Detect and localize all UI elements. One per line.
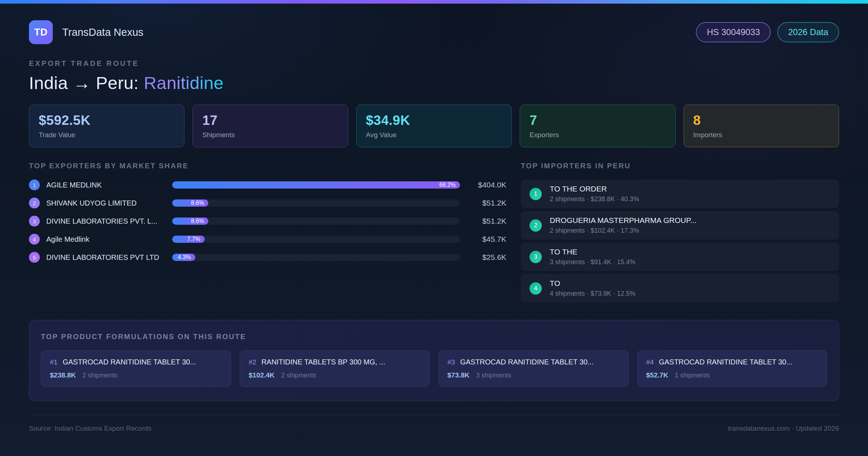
formulation-value: $52.7K	[646, 371, 668, 379]
stat-card-exporters: 7 Exporters	[520, 105, 675, 147]
formulation-rank: #3	[447, 358, 455, 366]
market-share-percent: 8.6%	[191, 200, 204, 206]
importer-info: DROGUERIA MASTERPHARMA GROUP... 2 shipme…	[550, 216, 697, 235]
formulation-bottom: $73.8K 3 shipments	[447, 371, 620, 379]
formulation-shipments: 2 shipments	[82, 372, 118, 379]
formulation-rank: #2	[249, 358, 256, 366]
importer-meta: 4 shipments · $73.9K · 12.5%	[550, 290, 635, 297]
market-share-bar-track: 68.2%	[172, 181, 460, 189]
exporters-section: TOP EXPORTERS BY MARKET SHARE 1 AGILE ME…	[29, 162, 506, 305]
market-share-bar-track: 8.6%	[172, 199, 460, 207]
exporters-section-title: TOP EXPORTERS BY MARKET SHARE	[29, 162, 506, 170]
market-share-bar-track: 7.7%	[172, 236, 460, 243]
formulation-card: #1 GASTROCAD RANITIDINE TABLET 30... $23…	[41, 350, 231, 387]
stat-label: Exporters	[529, 131, 665, 139]
formulation-card: #2 RANITIDINE TABLETS BP 300 MG, ... $10…	[240, 350, 430, 387]
formulation-card: #3 GASTROCAD RANITIDINE TABLET 30... $73…	[438, 350, 629, 387]
market-share-bar-fill: 8.6%	[172, 218, 208, 225]
rank-badge: 2	[29, 198, 40, 208]
stat-label: Shipments	[202, 131, 338, 139]
header-badges: HS 30049033 2026 Data	[696, 22, 839, 43]
footer-site-link[interactable]: transdatanexus.com · Updated 2026	[728, 425, 839, 432]
rank-badge: 3	[529, 251, 542, 263]
stat-label: Avg Value	[366, 131, 502, 139]
eyebrow-label: EXPORT TRADE ROUTE	[29, 59, 839, 68]
formulation-rank: #4	[646, 358, 654, 366]
exporter-name: AGILE MEDLINK	[46, 181, 166, 189]
importer-card: 1 TO THE ORDER 2 shipments · $238.8K · 4…	[521, 180, 839, 208]
columns-section: TOP EXPORTERS BY MARKET SHARE 1 AGILE ME…	[29, 162, 839, 305]
exporter-value: $51.2K	[467, 217, 506, 225]
importer-card: 4 TO 4 shipments · $73.9K · 12.5%	[521, 274, 839, 303]
data-year-badge[interactable]: 2026 Data	[777, 22, 839, 43]
top-accent-bar	[0, 0, 868, 4]
formulations-cards-row: #1 GASTROCAD RANITIDINE TABLET 30... $23…	[41, 350, 827, 387]
formulation-value: $73.8K	[447, 371, 469, 379]
stat-card-importers: 8 Importers	[684, 105, 839, 147]
exporter-value: $404.0K	[467, 181, 506, 189]
importer-meta: 3 shipments · $91.4K · 15.4%	[550, 258, 635, 266]
market-share-bar-fill: 4.3%	[172, 254, 195, 261]
page-footer: Source: Indian Customs Export Records tr…	[29, 415, 839, 432]
exporters-bar-list: 1 AGILE MEDLINK 68.2% $404.0K 2 SHIVANK …	[29, 180, 506, 263]
rank-badge: 2	[529, 219, 542, 232]
exporter-row: 2 SHIVANK UDYOG LIMITED 8.6% $51.2K	[29, 198, 506, 208]
page-title-product: Ranitidine	[144, 73, 224, 93]
formulation-top: #3 GASTROCAD RANITIDINE TABLET 30...	[447, 358, 620, 366]
importers-section: TOP IMPORTERS IN PERU 1 TO THE ORDER 2 s…	[521, 162, 839, 305]
exporter-row: 5 DIVINE LABORATORIES PVT LTD 4.3% $25.6…	[29, 252, 506, 263]
rank-badge: 1	[529, 188, 542, 200]
page-title: India → Peru: Ranitidine	[29, 73, 839, 93]
page-title-route: India → Peru:	[29, 73, 144, 93]
app-header: TD TransData Nexus HS 30049033 2026 Data	[29, 20, 839, 44]
stat-label: Importers	[693, 131, 829, 139]
formulation-shipments: 2 shipments	[281, 372, 316, 379]
formulation-card: #4 GASTROCAD RANITIDINE TABLET 30... $52…	[637, 350, 827, 387]
stat-value: $592.5K	[39, 113, 175, 128]
formulation-value: $238.8K	[50, 371, 76, 379]
rank-badge: 3	[29, 216, 40, 227]
hs-code-badge[interactable]: HS 30049033	[696, 22, 771, 43]
formulation-bottom: $238.8K 2 shipments	[50, 371, 222, 379]
exporter-row: 4 Agile Medlink 7.7% $45.7K	[29, 234, 506, 245]
rank-badge: 1	[29, 180, 40, 190]
exporter-name: DIVINE LABORATORIES PVT. L...	[46, 217, 166, 225]
market-share-bar-track: 4.3%	[172, 254, 460, 261]
stat-cards-row: $592.5K Trade Value 17 Shipments $34.9K …	[29, 105, 839, 147]
page-container: TD TransData Nexus HS 30049033 2026 Data…	[0, 20, 868, 432]
formulation-shipments: 3 shipments	[476, 372, 511, 379]
exporter-value: $25.6K	[467, 253, 506, 262]
formulation-name: GASTROCAD RANITIDINE TABLET 30...	[659, 358, 792, 366]
importer-meta: 2 shipments · $102.4K · 17.3%	[550, 227, 697, 235]
importer-info: TO THE ORDER 2 shipments · $238.8K · 40.…	[550, 185, 639, 203]
market-share-percent: 4.3%	[178, 254, 191, 261]
exporter-name: Agile Medlink	[46, 235, 166, 244]
rank-badge: 4	[529, 282, 542, 295]
stat-value: 17	[202, 113, 338, 128]
formulation-top: #4 GASTROCAD RANITIDINE TABLET 30...	[646, 358, 818, 366]
formulation-shipments: 1 shipments	[675, 372, 710, 379]
exporter-row: 3 DIVINE LABORATORIES PVT. L... 8.6% $51…	[29, 216, 506, 227]
market-share-bar-track: 8.6%	[172, 218, 460, 225]
stat-value: 7	[529, 113, 665, 128]
formulations-panel: TOP PRODUCT FORMULATIONS ON THIS ROUTE #…	[29, 320, 839, 401]
exporter-row: 1 AGILE MEDLINK 68.2% $404.0K	[29, 180, 506, 190]
importers-section-title: TOP IMPORTERS IN PERU	[521, 162, 839, 170]
market-share-bar-fill: 68.2%	[172, 181, 460, 189]
formulation-name: RANITIDINE TABLETS BP 300 MG, ...	[261, 358, 385, 366]
stat-card-trade-value: $592.5K Trade Value	[29, 105, 184, 147]
stat-card-shipments: 17 Shipments	[192, 105, 348, 147]
importer-name: DROGUERIA MASTERPHARMA GROUP...	[550, 216, 697, 225]
importer-name: TO	[550, 279, 635, 288]
stat-card-avg-value: $34.9K Avg Value	[356, 105, 512, 147]
stat-label: Trade Value	[39, 131, 175, 139]
formulations-section-title: TOP PRODUCT FORMULATIONS ON THIS ROUTE	[41, 333, 827, 341]
formulation-top: #2 RANITIDINE TABLETS BP 300 MG, ...	[249, 358, 421, 366]
stat-value: $34.9K	[366, 113, 502, 128]
stat-value: 8	[693, 113, 829, 128]
footer-source: Source: Indian Customs Export Records	[29, 425, 152, 432]
importer-meta: 2 shipments · $238.8K · 40.3%	[550, 195, 639, 203]
rank-badge: 4	[29, 234, 40, 245]
app-logo-text: TD	[34, 27, 48, 38]
importers-list: 1 TO THE ORDER 2 shipments · $238.8K · 4…	[521, 180, 839, 303]
